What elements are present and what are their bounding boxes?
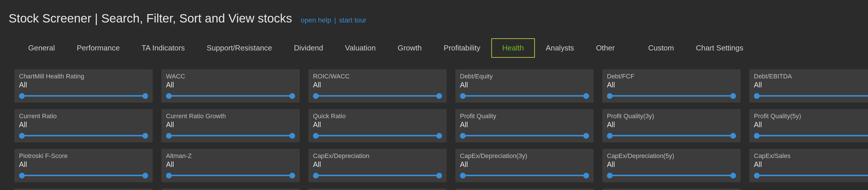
slider-thumb-min[interactable] [166,133,172,139]
tab-profitability[interactable]: Profitability [433,38,491,58]
filter-altman-z[interactable]: Altman-ZAll [161,149,300,182]
slider-thumb-min[interactable] [313,173,319,179]
range-slider[interactable] [21,172,146,178]
filter-capex-depreciation-3y[interactable]: CapEx/Depreciation(3y)All [455,149,594,182]
filter-debt-equity[interactable]: Debt/EquityAll [455,69,594,103]
open-help-link[interactable]: open help [301,16,331,24]
tab-health[interactable]: Health [491,38,535,58]
slider-track [756,95,868,97]
filter-current-ratio-growth[interactable]: Current Ratio GrowthAll [161,109,300,142]
slider-thumb-max[interactable] [730,133,736,139]
tab-dividend[interactable]: Dividend [283,38,334,58]
filter-capex-depreciation-5y[interactable]: CapEx/Depreciation(5y)All [602,149,741,182]
range-slider[interactable] [609,172,734,178]
slider-thumb-min[interactable] [19,173,25,179]
tab-growth[interactable]: Growth [387,38,433,58]
filter-chartmill-health-rating[interactable]: ChartMill Health RatingAll [14,69,153,103]
filter-profit-quality-5y[interactable]: Profit Quality(5y)All [749,109,868,142]
slider-thumb-max[interactable] [583,173,589,179]
tab-other[interactable]: Other [585,38,626,58]
slider-thumb-min[interactable] [754,93,760,99]
tab-chart-settings[interactable]: Chart Settings [685,38,754,58]
range-slider[interactable] [315,93,440,98]
range-slider[interactable] [21,132,146,138]
slider-thumb-max[interactable] [289,173,295,179]
slider-thumb-max[interactable] [289,133,295,139]
filter-piotroski-f-score[interactable]: Piotroski F-ScoreAll [14,149,153,182]
filter-profit-quality[interactable]: Profit QualityAll [455,109,594,142]
slider-thumb-min[interactable] [460,133,466,139]
slider-thumb-max[interactable] [730,93,736,99]
filter-capex-sales-5y[interactable]: CapEx/Sales(5y)All [161,189,300,190]
range-slider[interactable] [609,93,734,98]
slider-thumb-max[interactable] [436,173,442,179]
slider-thumb-min[interactable] [166,93,172,99]
slider-thumb-min[interactable] [460,93,466,99]
slider-thumb-max[interactable] [142,173,148,179]
tab-general[interactable]: General [17,38,66,58]
range-slider[interactable] [462,172,587,178]
range-slider[interactable] [609,132,734,138]
filter-debt-ebitda[interactable]: Debt/EBITDAAll [749,69,868,103]
filter-label: Debt/Equity [460,73,589,80]
tab-ta-indicators[interactable]: TA Indicators [130,38,196,58]
slider-thumb-max[interactable] [142,93,148,99]
filter-label: Altman-Z [166,152,295,160]
filter-label: Debt/EBITDA [754,73,868,80]
range-slider[interactable] [168,172,293,178]
slider-thumb-max[interactable] [289,93,295,99]
filter-capex-sales-3y[interactable]: CapEx/Sales(3y)All [14,189,153,190]
filter-current-ratio[interactable]: Current RatioAll [14,109,153,142]
filter-roic-wacc[interactable]: ROIC/WACCAll [308,69,447,103]
health-rankings-dropdown[interactable]: Health Rankings [602,189,741,190]
filter-wacc[interactable]: WACCAll [161,69,300,103]
range-slider[interactable] [756,93,868,98]
filter-debt-fcf[interactable]: Debt/FCFAll [602,69,741,103]
filter-profit-quality-3y[interactable]: Profit Quality(3y)All [602,109,741,142]
start-tour-link[interactable]: start tour [339,16,367,24]
slider-track [21,175,146,176]
filter-capex-sales[interactable]: CapEx/SalesAll [749,149,868,182]
tab-performance[interactable]: Performance [66,38,131,58]
slider-thumb-min[interactable] [460,173,466,179]
slider-thumb-min[interactable] [754,133,760,139]
range-slider[interactable] [462,132,587,138]
tab-custom[interactable]: Custom [637,38,685,58]
slider-thumb-min[interactable] [313,133,319,139]
slider-thumb-min[interactable] [607,173,613,179]
slider-thumb-max[interactable] [436,93,442,99]
filter-value: All [607,81,736,89]
slider-thumb-min[interactable] [607,93,613,99]
filter-label: ROIC/WACC [313,73,442,80]
slider-thumb-min[interactable] [607,133,613,139]
range-slider[interactable] [168,132,293,138]
filter-capex-depreciation[interactable]: CapEx/DepreciationAll [308,149,447,182]
range-slider[interactable] [168,93,293,98]
slider-thumb-max[interactable] [730,173,736,179]
slider-thumb-min[interactable] [166,173,172,179]
tab-support-resistance[interactable]: Support/Resistance [196,38,283,58]
filter-value: All [19,160,148,169]
tab-valuation[interactable]: Valuation [334,38,387,58]
slider-thumb-max[interactable] [583,133,589,139]
range-slider[interactable] [462,93,587,98]
filter-cash-conversion[interactable]: Cash ConversionAll [308,189,447,190]
filter-label: Profit Quality(5y) [754,113,868,120]
slider-thumb-min[interactable] [754,173,760,179]
filter-quick-ratio[interactable]: Quick RatioAll [308,109,447,142]
filter-value: All [754,81,868,89]
slider-thumb-max[interactable] [583,93,589,99]
range-slider[interactable] [756,172,868,178]
slider-thumb-max[interactable] [436,133,442,139]
slider-thumb-min[interactable] [313,93,319,99]
range-slider[interactable] [756,132,868,138]
range-slider[interactable] [315,172,440,178]
tab-analysts[interactable]: Analysts [535,38,585,58]
slider-thumb-min[interactable] [19,133,25,139]
slider-thumb-min[interactable] [19,93,25,99]
slider-thumb-max[interactable] [142,133,148,139]
filter-interest-coverage[interactable]: Interest CoverageAll [455,189,594,190]
range-slider[interactable] [21,93,146,98]
range-slider[interactable] [315,132,440,138]
tab-bar: GeneralPerformanceTA IndicatorsSupport/R… [9,38,859,58]
